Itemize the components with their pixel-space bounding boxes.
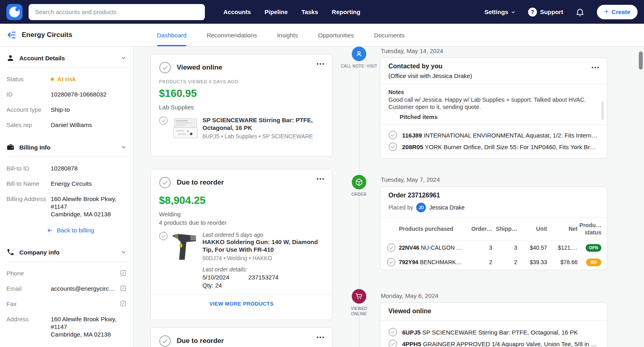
section-title: Account Details bbox=[19, 55, 65, 62]
status-badge: At risk bbox=[51, 75, 127, 83]
account-type-value: Ship-to bbox=[51, 106, 127, 113]
viewed-item-row: 4PPH5 GRAINGER APPROVED 1/4 Aquapro Valv… bbox=[388, 339, 599, 347]
pitched-items-label: Pitched items bbox=[400, 114, 599, 120]
check-circle-icon[interactable] bbox=[159, 177, 171, 189]
feed-column: Viewed online PRODUCTS VIEWED 9 DAYS AGO… bbox=[151, 54, 332, 347]
product-name: SP SCIENCEWARE Stirring Bar: PTFE, Octag… bbox=[202, 116, 324, 131]
kebab-menu-icon[interactable] bbox=[317, 178, 324, 180]
support-label: Support bbox=[540, 8, 564, 15]
check-circle-icon[interactable] bbox=[159, 232, 168, 240]
pitched-item-row: 116J89 INTERNATIONAL ENVIRONMENTAL Aquas… bbox=[388, 131, 599, 140]
billing-address-value: 160 Alewife Brook Pkwy, #1147 Cambridge,… bbox=[51, 195, 127, 218]
check-circle-icon[interactable] bbox=[388, 142, 397, 151]
product-name: HAKKO Soldering Gun: 140 W, Diamond Tip,… bbox=[202, 238, 324, 253]
plus-icon: + bbox=[604, 8, 609, 15]
tab-dashboard[interactable]: Dashboard bbox=[157, 24, 186, 46]
col-products: Products purchased bbox=[399, 225, 468, 232]
search-input[interactable] bbox=[29, 4, 205, 20]
notes-scrollbar[interactable] bbox=[601, 101, 604, 120]
check-circle-icon[interactable] bbox=[387, 258, 396, 267]
help-icon: ? bbox=[528, 8, 537, 16]
nav-reporting[interactable]: Reporting bbox=[332, 8, 360, 15]
check-circle-icon[interactable] bbox=[388, 131, 397, 140]
card-category: Welding bbox=[159, 211, 324, 218]
product-row: Last ordered 5 days ago HAKKO Soldering … bbox=[159, 232, 324, 289]
section-title: Billing Info bbox=[19, 144, 50, 151]
support-menu[interactable]: ? Support bbox=[528, 8, 564, 16]
col-unit: Unit bbox=[517, 225, 547, 232]
event-title: Contacted by you bbox=[388, 63, 599, 70]
card-amount: $160.95 bbox=[159, 87, 324, 100]
account-type-label: Account type bbox=[6, 106, 51, 113]
event-subtitle: (Office visit with Jessica Drake) bbox=[388, 72, 599, 79]
tab-opportunities[interactable]: Opportunities bbox=[318, 24, 354, 46]
status-dot-icon bbox=[51, 78, 54, 81]
nav-accounts[interactable]: Accounts bbox=[223, 8, 251, 15]
id-value: 10280878-10668032 bbox=[51, 90, 127, 98]
placed-by-name: Jessica Drake bbox=[429, 204, 464, 211]
billto-name-value: Energy Circuits bbox=[51, 180, 127, 187]
check-circle-icon[interactable] bbox=[388, 328, 397, 337]
check-circle-icon[interactable] bbox=[387, 243, 396, 252]
section-billing-info[interactable]: Billing Info bbox=[6, 143, 127, 157]
timeline-card-order: Order 237126961 Placed by JD Jessica Dra… bbox=[380, 187, 607, 270]
account-tabs: Dashboard Recommendations Insights Oppor… bbox=[157, 24, 405, 46]
tab-documents[interactable]: Documents bbox=[374, 24, 405, 46]
check-circle-icon[interactable] bbox=[159, 116, 168, 125]
dashboard-main: Viewed online PRODUCTS VIEWED 9 DAYS AGO… bbox=[134, 47, 644, 347]
check-circle-icon[interactable] bbox=[159, 335, 171, 347]
section-title: Company info bbox=[19, 249, 60, 256]
edit-icon[interactable] bbox=[120, 285, 127, 292]
timeline-date: Monday, May 6, 2024 bbox=[381, 292, 438, 299]
order-marker-label: ORDER bbox=[340, 192, 378, 197]
chevron-down-icon bbox=[120, 144, 127, 150]
chevron-down-icon bbox=[120, 249, 127, 255]
nav-tasks[interactable]: Tasks bbox=[301, 8, 318, 15]
last-order-number: 237153274 bbox=[248, 274, 279, 281]
section-account-details[interactable]: Account Details bbox=[6, 54, 127, 68]
tab-recommendations[interactable]: Recommendations bbox=[206, 24, 257, 46]
settings-label: Settings bbox=[485, 8, 508, 15]
status-label: Status bbox=[6, 75, 51, 83]
card-title: Due to reorder bbox=[177, 179, 224, 187]
timeline-date: Tuesday, May 7, 2024 bbox=[381, 176, 440, 183]
chevron-down-icon bbox=[510, 9, 516, 15]
kebab-menu-icon[interactable] bbox=[317, 337, 324, 338]
back-to-billing-link[interactable]: Back to billing bbox=[47, 227, 127, 234]
call-note-marker-label: CALL NOTE: VISIT bbox=[340, 64, 378, 69]
billto-id-label: Bill-to ID bbox=[6, 164, 51, 172]
company-address-label: Address bbox=[6, 315, 51, 323]
create-button[interactable]: + Create bbox=[597, 5, 638, 19]
page-scrollbar-thumb[interactable] bbox=[639, 51, 643, 70]
tab-insights[interactable]: Insights bbox=[277, 24, 298, 46]
last-order-date: 5/10/2024 bbox=[202, 274, 239, 281]
last-order-qty: Qty: 24 bbox=[202, 282, 239, 289]
order-title: Order 237126961 bbox=[388, 192, 599, 199]
arrow-left-icon bbox=[47, 227, 53, 234]
check-circle-icon[interactable] bbox=[388, 339, 397, 347]
chevron-down-icon bbox=[120, 55, 127, 61]
cart-icon bbox=[355, 292, 363, 301]
product-meta: 6UPJ5 • Lab Supplies • SP SCIENCEWARE bbox=[202, 133, 324, 140]
notes-section: Notes Good call w/ Jessica. Happy w/ Lab… bbox=[380, 84, 607, 124]
kebab-menu-icon[interactable] bbox=[592, 67, 599, 68]
section-company-info[interactable]: Company info bbox=[6, 248, 127, 262]
billto-id-value: 10280878 bbox=[51, 164, 127, 172]
last-order-details-label: Last order details: bbox=[202, 266, 324, 273]
app-logo-icon bbox=[6, 4, 23, 20]
product-image bbox=[173, 116, 198, 140]
edit-icon[interactable] bbox=[120, 269, 127, 277]
create-label: Create bbox=[611, 8, 630, 15]
nav-pipeline[interactable]: Pipeline bbox=[264, 8, 288, 15]
back-to-list-icon[interactable] bbox=[6, 30, 17, 40]
event-title: Viewed online bbox=[388, 308, 599, 315]
bell-icon[interactable] bbox=[575, 7, 585, 17]
view-more-products-link[interactable]: VIEW MORE PRODUCTS bbox=[209, 301, 274, 307]
edit-icon[interactable] bbox=[120, 300, 127, 307]
settings-menu[interactable]: Settings bbox=[485, 8, 516, 15]
phone-label: Phone bbox=[6, 269, 51, 277]
kebab-menu-icon[interactable] bbox=[317, 63, 324, 65]
check-circle-icon[interactable] bbox=[159, 62, 171, 74]
timeline-card-viewed-online: Viewed online 6UPJ5 SP SCIENCEWARE Stirr… bbox=[380, 302, 607, 347]
card-amount: $8,904.25 bbox=[159, 194, 324, 207]
